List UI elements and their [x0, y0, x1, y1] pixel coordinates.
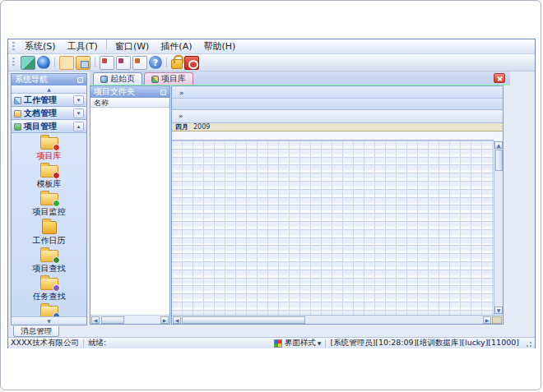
report2-icon[interactable]	[116, 56, 131, 70]
project-folder-title: 项目文件夹	[94, 86, 135, 98]
project-folder-header: 项目文件夹	[90, 86, 169, 98]
project-search-icon	[40, 250, 58, 262]
gantt-vertical-scrollbar[interactable]: ▲ ▼	[494, 141, 503, 315]
pin-icon[interactable]	[160, 90, 166, 95]
scrollbar-thumb[interactable]	[182, 316, 305, 324]
menu-item-help[interactable]: 帮助(H)	[197, 39, 241, 53]
session-info: [系统管理员][10:28:09][培训数据库][lucky][11000]	[330, 338, 519, 348]
nav-sidebar: 系统导航 ▲ 工作管理▾文档管理▾项目管理▴项目库模板库项目监控工作日历项目查找…	[11, 73, 87, 325]
scroll-up-icon[interactable]: ▲	[494, 141, 503, 149]
nav-item-project-search[interactable]: 项目查找	[12, 249, 86, 275]
tab-start[interactable]: 起始页	[93, 72, 142, 85]
day-header-row	[172, 131, 494, 141]
document-tab-strip: 起始页项目库	[90, 71, 510, 85]
globe-icon[interactable]	[37, 56, 50, 69]
project-lib-icon	[40, 137, 58, 150]
tab-label: 项目库	[161, 73, 186, 85]
project-doc-search-icon	[40, 306, 58, 316]
interface-style-button[interactable]: 界面样式	[285, 338, 316, 348]
menu-item-window[interactable]: 窗口(W)	[109, 39, 155, 53]
nav-scroll-up[interactable]: ▲	[12, 85, 86, 94]
scrollbar-thumb[interactable]	[495, 150, 503, 171]
chevron-icon[interactable]: ▾	[73, 95, 84, 105]
nav-item-label: 工作日历	[33, 235, 66, 247]
close-tab-button[interactable]	[494, 73, 505, 83]
nav-item-label: 项目查找	[33, 263, 66, 274]
toolbar-separator	[95, 58, 95, 67]
badge-icon	[53, 144, 60, 151]
bottom-dock-row: 消息管理	[8, 326, 535, 337]
gantt-chart	[172, 141, 494, 315]
tab-overflow-chevron[interactable]: »	[176, 89, 188, 98]
doc-icon	[14, 110, 21, 118]
help-icon[interactable]	[149, 56, 162, 69]
gantt-tab-row	[172, 99, 503, 111]
collapse-tree-chevron[interactable]: »	[175, 112, 187, 121]
nav-item-work-calendar[interactable]: 工作日历	[12, 220, 86, 247]
main-toolbar	[8, 54, 535, 71]
scroll-left-icon[interactable]: ◀	[173, 316, 181, 324]
report1-icon[interactable]	[100, 56, 114, 70]
scroll-down-icon[interactable]: ▼	[494, 307, 503, 314]
nav-panel-doc[interactable]: 文档管理▾	[12, 107, 86, 120]
status-tab-row: »	[172, 86, 503, 99]
start-tab-icon	[100, 76, 108, 83]
ready-status: 就绪:	[88, 338, 106, 348]
pin-icon[interactable]	[77, 77, 83, 83]
menubar-grip	[12, 42, 15, 52]
nav-item-label: 项目库	[37, 150, 62, 162]
nav-item-project-lib[interactable]: 项目库	[12, 136, 86, 163]
resize-grip[interactable]	[524, 339, 532, 348]
menu-bar: 系统(S)工具(T)窗口(W)插件(A)帮助(H)	[8, 39, 535, 54]
message-manager-tab[interactable]: 消息管理	[13, 326, 59, 337]
tree-horizontal-scrollbar[interactable]: ◀ ▶	[90, 315, 169, 324]
report3-icon[interactable]	[132, 56, 147, 70]
tab-project-lib[interactable]: 项目库	[144, 72, 193, 85]
nav-scroll-down[interactable]: ▼	[12, 316, 86, 325]
task-search-icon	[40, 278, 58, 290]
company-label: XXXX技术有限公司	[11, 338, 79, 348]
gantt-panel: » » 四月 2009 ▲ ▼ ◀	[171, 85, 504, 325]
screenshot-frame: 系统(S)工具(T)窗口(W)插件(A)帮助(H) 系统导航 ▲ 工作管理▾文档…	[0, 0, 541, 390]
chevron-down-icon[interactable]: ▼	[318, 340, 322, 346]
month-label: 四月	[175, 122, 188, 131]
monitor-icon[interactable]	[21, 56, 35, 70]
menu-item-system[interactable]: 系统(S)	[19, 39, 62, 53]
scroll-right-icon[interactable]: ▶	[160, 316, 169, 324]
folder-view-icon[interactable]	[76, 56, 90, 70]
lock-icon[interactable]	[171, 59, 183, 69]
nav-item-task-search[interactable]: 任务查找	[12, 277, 86, 303]
status-bar: XXXX技术有限公司 就绪: 界面样式 ▼ [系统管理员][10:28:09][…	[8, 337, 535, 348]
nav-panel-label: 文档管理	[24, 108, 57, 119]
chevron-icon[interactable]: ▴	[73, 122, 84, 131]
scrollbar-thumb[interactable]	[101, 316, 124, 324]
nav-item-label: 模板库	[37, 178, 62, 190]
scroll-left-icon[interactable]: ◀	[91, 316, 100, 324]
nav-sidebar-header: 系统导航	[12, 74, 86, 85]
work-calendar-icon	[42, 221, 57, 234]
nav-panel-work[interactable]: 工作管理▾	[12, 94, 86, 107]
year-label: 2009	[193, 123, 210, 131]
folder-icon[interactable]	[59, 56, 74, 70]
tree-column-header[interactable]: 名称	[90, 98, 169, 108]
interface-style-icon[interactable]	[274, 339, 282, 348]
toolbar-separator	[54, 58, 55, 67]
nav-panel-project[interactable]: 项目管理▴	[12, 120, 86, 133]
nav-item-project-monitor[interactable]: 项目监控	[12, 192, 86, 219]
menu-separator	[106, 39, 107, 49]
project-folder-panel: 项目文件夹 名称 ◀ ▶	[90, 85, 170, 325]
folder-tree	[90, 108, 169, 315]
scroll-right-icon[interactable]: ▶	[483, 316, 491, 324]
menu-item-plugins[interactable]: 插件(A)	[155, 39, 197, 53]
menu-item-tools[interactable]: 工具(T)	[62, 39, 104, 53]
nav-item-project-doc-search[interactable]: 项目文档查找	[12, 305, 86, 316]
work-icon	[14, 97, 21, 104]
nav-item-template-lib[interactable]: 模板库	[12, 164, 86, 191]
badge-icon	[53, 284, 60, 292]
nav-sidebar-title: 系统导航	[15, 74, 48, 85]
stop-icon[interactable]	[184, 56, 199, 70]
nav-item-label: 任务查找	[33, 291, 66, 302]
month-header: 四月 2009	[172, 123, 503, 131]
chevron-icon[interactable]: ▾	[73, 108, 84, 118]
gantt-horizontal-scrollbar[interactable]: ◀ ▶	[172, 315, 503, 324]
